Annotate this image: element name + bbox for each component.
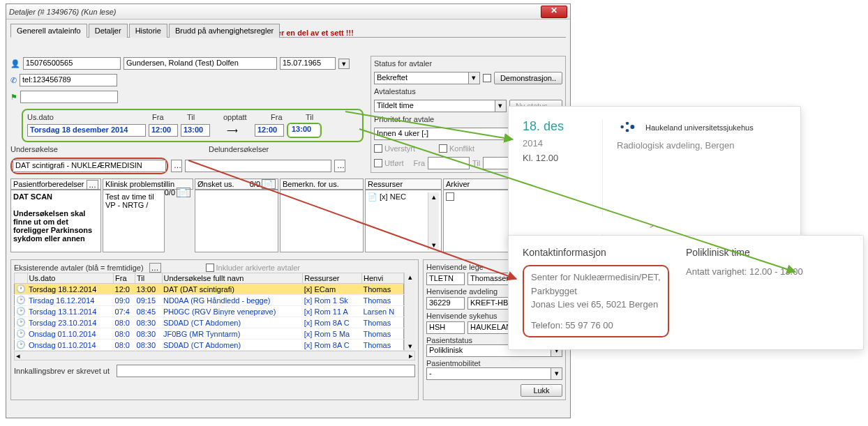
- innkalling-label: Innkallingsbrev er skrevet ut: [14, 367, 110, 375]
- include-arch-label: Inkluder arkiverte avtaler: [216, 264, 300, 272]
- table-header[interactable]: Til: [135, 273, 162, 284]
- opptatt-label: opptatt: [223, 113, 268, 121]
- fra1-label: Fra: [152, 113, 184, 121]
- patient-dob-field[interactable]: 15.07.1965: [280, 57, 336, 70]
- dob-picker-icon[interactable]: ▾: [338, 59, 350, 69]
- col-onsket-open[interactable]: 📄: [262, 179, 276, 189]
- chevron-down-icon[interactable]: ▾: [495, 100, 507, 112]
- table-row[interactable]: 🕑Onsdag 01.10.201408:008:30SD0AD (CT Abd…: [15, 340, 404, 351]
- clock-icon: 🕐: [15, 284, 28, 295]
- appointments-table: Us.datoFraTilUndersøkelse fullt navnRess…: [14, 273, 404, 351]
- person-icon: 👤: [10, 59, 20, 68]
- table-scrollbar[interactable]: ▴▾: [404, 273, 415, 351]
- patient-name-field[interactable]: Gundersen, Roland (Test) Dolfen: [124, 57, 277, 70]
- utfort-fra-field[interactable]: [428, 157, 470, 169]
- lukk-button[interactable]: Lukk: [521, 384, 562, 397]
- col-onsket-text: [195, 190, 278, 252]
- konflikt-label: Konflikt: [449, 144, 474, 153]
- col-pasientforb-open[interactable]: …: [87, 180, 98, 190]
- col-klinisk-open[interactable]: 📄: [177, 188, 190, 197]
- usdato-label: Us.dato: [27, 113, 149, 121]
- mobilitet-label: Pasientmobilitet: [426, 359, 562, 367]
- tab-historie[interactable]: Historie: [129, 24, 167, 38]
- demo-checkbox[interactable]: [483, 74, 491, 82]
- window-title: Detaljer (# 1349676) (Kun lese): [9, 8, 541, 16]
- clock-icon: 🕑: [15, 295, 28, 306]
- konflikt-checkbox[interactable]: [439, 144, 447, 153]
- svg-point-2: [626, 129, 629, 132]
- clock-icon: 🕑: [15, 317, 28, 328]
- col-bemerk-label: Bemerkn. for us.: [283, 180, 339, 188]
- table-header[interactable]: [15, 273, 28, 284]
- tab-brudd[interactable]: Brudd på avhengighetsregler: [169, 24, 280, 38]
- contact-line2: Parkbygget: [531, 284, 661, 298]
- table-header[interactable]: Henvi: [362, 273, 404, 284]
- close-button[interactable]: ✕: [541, 6, 567, 18]
- henv-lege-code[interactable]: TLETN: [426, 273, 465, 285]
- innkalling-field[interactable]: [117, 365, 415, 377]
- utfort-label: Utført: [384, 159, 404, 167]
- table-header[interactable]: Undersøkelse fullt navn: [162, 273, 303, 284]
- demonstrasjon-button[interactable]: Demonstrasjon..: [494, 72, 562, 84]
- include-arch-checkbox[interactable]: [206, 264, 214, 272]
- col-bemerk-text: [280, 190, 364, 252]
- table-header[interactable]: Ressurser: [303, 273, 362, 284]
- utfort-checkbox[interactable]: [374, 159, 382, 167]
- utfort-til-label: Til: [472, 159, 480, 167]
- collapse-chevron-icon[interactable]: ︿: [508, 216, 801, 234]
- table-row[interactable]: 🕐Torsdag 18.12.201412:013:00DAT (DAT sci…: [15, 284, 404, 295]
- usdato-field[interactable]: Torsdag 18 desember 2014: [27, 124, 146, 137]
- table-row[interactable]: 🕑Torsdag 23.10.201408:008:30SD0AD (CT Ab…: [15, 317, 404, 328]
- flag-icon: ⚑: [10, 93, 17, 102]
- delus-label: Delundersøkelser: [209, 145, 269, 153]
- clock-icon: 🕑: [15, 328, 28, 340]
- avtalestatus-label: Avtalestatus: [374, 87, 562, 96]
- table-row[interactable]: 🕑Tirsdag 16.12.201409:009:15ND0AA (RG Hå…: [15, 295, 404, 306]
- utfort-fra-label: Fra: [414, 159, 426, 167]
- delus-field[interactable]: [185, 160, 331, 172]
- status-select[interactable]: Bekreftet: [374, 72, 469, 84]
- tel-field[interactable]: tel:123456789: [20, 74, 117, 86]
- fra2-field[interactable]: 12:00: [255, 124, 284, 137]
- til2-label: Til: [306, 113, 313, 121]
- chevron-down-icon[interactable]: ▾: [551, 367, 562, 380]
- avtalestatus-select[interactable]: Tildelt time: [374, 100, 495, 112]
- til2-field[interactable]: 13:00: [290, 124, 319, 137]
- svg-point-1: [626, 122, 629, 125]
- card-department: Radiologisk avdeling, Bergen: [617, 140, 754, 151]
- svg-point-0: [620, 125, 623, 128]
- col-klinisk-label: Klinisk problemstillin: [105, 180, 174, 188]
- svg-point-3: [630, 125, 634, 129]
- tab-generell[interactable]: Generell avtaleinfo: [10, 24, 87, 38]
- henv-avd-code[interactable]: 36229: [426, 297, 465, 310]
- card-year: 2014: [523, 138, 595, 149]
- mobilitet-select[interactable]: -: [426, 367, 551, 380]
- patient-id-field[interactable]: 15076500565: [23, 57, 121, 70]
- eksisterende-open[interactable]: …: [149, 263, 161, 273]
- us-picker[interactable]: …: [171, 160, 182, 172]
- poli-text: Antatt varighet: 12.00 - 13.00: [686, 265, 849, 279]
- col-ressurser-label: Ressurser: [368, 180, 403, 188]
- contact-phone: Telefon: 55 97 76 00: [531, 319, 661, 333]
- til1-field[interactable]: 13:00: [181, 124, 210, 137]
- poli-title: Poliklinisk time: [686, 247, 849, 258]
- henv-syk-code[interactable]: HSH: [426, 321, 465, 334]
- table-row[interactable]: 🕑Torsdag 13.11.201407:408:45PH0GC (RGV B…: [15, 306, 404, 317]
- fra2-label: Fra: [271, 113, 303, 121]
- undersokelse-field[interactable]: DAT scintigrafi - NUKLEÆRMEDISIN: [13, 160, 166, 172]
- flag-field[interactable]: [20, 91, 118, 103]
- col-pasientforb-label: Pasientforberedelser: [13, 180, 84, 188]
- chevron-down-icon[interactable]: ▾: [469, 72, 480, 84]
- delus-picker[interactable]: …: [334, 160, 345, 172]
- arkiver-checkbox[interactable]: [446, 192, 454, 201]
- table-header[interactable]: Fra: [114, 273, 135, 284]
- table-row[interactable]: 🕑Onsdag 01.10.201408:008:30JF0BG (MR Tyn…: [15, 328, 404, 340]
- uverstyrt-checkbox[interactable]: [374, 144, 382, 153]
- h-scrollbar[interactable]: ◂▸: [14, 351, 415, 360]
- scrollbar[interactable]: ▴▾: [428, 192, 439, 250]
- table-header[interactable]: Us.dato: [27, 273, 114, 284]
- tab-detaljer[interactable]: Detaljer: [89, 24, 128, 38]
- fra1-field[interactable]: 12:00: [149, 124, 178, 137]
- card-date: 18. des: [523, 119, 595, 134]
- titlebar: Detaljer (# 1349676) (Kun lese) ✕: [6, 4, 570, 20]
